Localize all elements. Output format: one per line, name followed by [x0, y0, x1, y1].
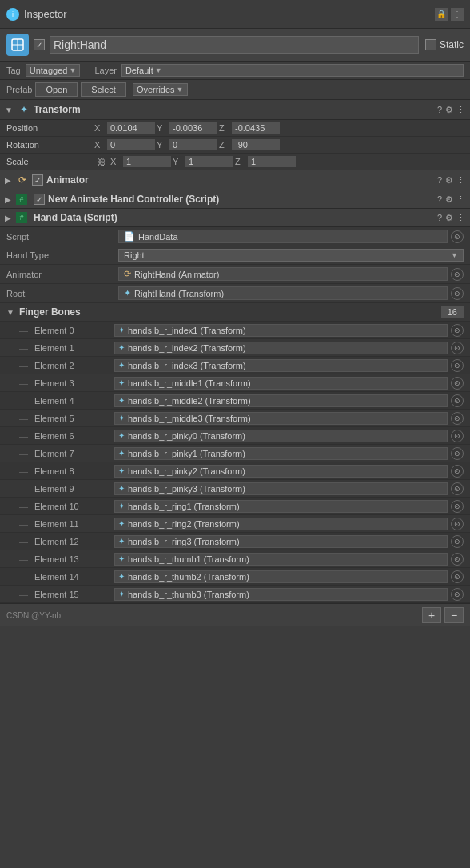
script-select-btn[interactable]: ⊙	[451, 230, 464, 243]
position-z-input[interactable]	[232, 122, 280, 134]
layer-dropdown-arrow: ▼	[155, 66, 162, 74]
element-select-btn[interactable]: ⊙	[451, 535, 464, 548]
element-select-btn[interactable]: ⊙	[451, 500, 464, 513]
element-transform-text: hands:b_r_thumb2 (Transform)	[128, 572, 249, 582]
element-select-btn[interactable]: ⊙	[451, 553, 464, 566]
transform-help-icon[interactable]: ?	[437, 105, 442, 115]
scale-link-icon: ⛓	[98, 158, 106, 166]
add-element-button[interactable]: +	[422, 607, 441, 623]
element-value[interactable]: ✦ hands:b_r_ring1 (Transform)	[114, 500, 448, 513]
element-select-btn[interactable]: ⊙	[451, 570, 464, 583]
element-row: — Element 2 ✦ hands:b_r_index3 (Transfor…	[0, 357, 470, 374]
element-transform-text: hands:b_r_ring1 (Transform)	[128, 502, 240, 511]
element-select-btn[interactable]: ⊙	[451, 377, 464, 390]
element-label: Element 1	[34, 343, 114, 353]
element-transform-text: hands:b_r_index1 (Transform)	[128, 326, 246, 335]
position-x-input[interactable]	[107, 122, 155, 134]
element-select-btn[interactable]: ⊙	[451, 447, 464, 460]
element-transform-icon: ✦	[118, 572, 125, 581]
animate-hand-header[interactable]: ▶ # ✓ New Animate Hand Controller (Scrip…	[0, 190, 470, 209]
animator-help-icon[interactable]: ?	[437, 175, 442, 186]
animate-hand-help-icon[interactable]: ?	[437, 194, 442, 205]
element-value[interactable]: ✦ hands:b_r_pinky3 (Transform)	[114, 482, 448, 495]
animator-header[interactable]: ▶ ⟳ ✓ Animator ? ⚙ ⋮	[0, 170, 470, 190]
scale-y-label: Y	[173, 157, 184, 166]
element-value[interactable]: ✦ hands:b_r_middle3 (Transform)	[114, 412, 448, 425]
hand-data-help-icon[interactable]: ?	[437, 213, 442, 223]
rotation-x-input[interactable]	[107, 139, 155, 150]
hand-type-label: Hand Type	[6, 250, 118, 260]
hand-data-menu-icon[interactable]: ⋮	[456, 213, 465, 223]
root-value[interactable]: ✦ RightHand (Transform)	[118, 286, 448, 300]
finger-bones-header[interactable]: ▼ Finger Bones 16	[0, 303, 470, 322]
gameobject-active-checkbox[interactable]: ✓	[34, 39, 45, 50]
transform-menu-icon[interactable]: ⋮	[456, 105, 465, 115]
element-value[interactable]: ✦ hands:b_r_ring3 (Transform)	[114, 535, 448, 548]
select-button[interactable]: Select	[81, 82, 126, 97]
position-y-input[interactable]	[169, 122, 217, 134]
element-select-btn[interactable]: ⊙	[451, 342, 464, 354]
animator-settings-icon[interactable]: ⚙	[445, 175, 453, 186]
root-row: Root ✦ RightHand (Transform) ⊙	[0, 284, 470, 303]
scale-x-input[interactable]	[123, 156, 171, 167]
transform-settings-icon[interactable]: ⚙	[445, 105, 453, 115]
animator-ref-value[interactable]: ⟳ RightHand (Animator)	[118, 267, 448, 281]
animate-hand-checkbox[interactable]: ✓	[34, 194, 45, 205]
element-value[interactable]: ✦ hands:b_r_thumb1 (Transform)	[114, 553, 448, 566]
element-dash: —	[19, 343, 28, 353]
tag-dropdown[interactable]: Untagged ▼	[26, 64, 81, 77]
animator-ref-select-btn[interactable]: ⊙	[451, 268, 464, 281]
rotation-z-input[interactable]	[232, 139, 280, 150]
element-select-btn[interactable]: ⊙	[451, 430, 464, 442]
transform-header[interactable]: ▼ ✦ Transform ? ⚙ ⋮	[0, 100, 470, 120]
element-value[interactable]: ✦ hands:b_r_thumb2 (Transform)	[114, 570, 448, 583]
gameobject-name-input[interactable]	[50, 36, 419, 54]
root-select-btn[interactable]: ⊙	[451, 287, 464, 300]
element-value[interactable]: ✦ hands:b_r_pinky2 (Transform)	[114, 465, 448, 478]
root-label: Root	[6, 289, 118, 298]
element-select-btn[interactable]: ⊙	[451, 482, 464, 495]
remove-element-button[interactable]: −	[444, 607, 464, 623]
element-value[interactable]: ✦ hands:b_r_middle1 (Transform)	[114, 377, 448, 390]
scale-y-input[interactable]	[185, 156, 233, 167]
element-value[interactable]: ✦ hands:b_r_pinky1 (Transform)	[114, 447, 448, 460]
element-value[interactable]: ✦ hands:b_r_index3 (Transform)	[114, 359, 448, 372]
element-select-btn[interactable]: ⊙	[451, 359, 464, 372]
element-row: — Element 0 ✦ hands:b_r_index1 (Transfor…	[0, 322, 470, 339]
root-icon: ✦	[124, 288, 131, 298]
element-value[interactable]: ✦ hands:b_r_index1 (Transform)	[114, 324, 448, 337]
layer-dropdown[interactable]: Default ▼	[121, 64, 464, 77]
element-value[interactable]: ✦ hands:b_r_middle2 (Transform)	[114, 394, 448, 407]
rotation-y-input[interactable]	[169, 139, 217, 150]
rotation-y-label: Y	[157, 140, 168, 150]
element-value[interactable]: ✦ hands:b_r_index2 (Transform)	[114, 342, 448, 354]
menu-button[interactable]: ⋮	[451, 8, 464, 21]
title-bar: i Inspector 🔒 ⋮	[0, 0, 470, 29]
element-value[interactable]: ✦ hands:b_r_ring2 (Transform)	[114, 518, 448, 530]
element-value[interactable]: ✦ hands:b_r_thumb3 (Transform)	[114, 588, 448, 601]
static-checkbox[interactable]	[425, 39, 436, 50]
static-row: Static	[425, 39, 464, 50]
hand-data-settings-icon[interactable]: ⚙	[445, 213, 453, 223]
hand-type-dropdown[interactable]: Right ▼	[118, 249, 464, 262]
element-transform-icon: ✦	[118, 361, 125, 370]
scale-z-input[interactable]	[248, 156, 296, 167]
element-select-btn[interactable]: ⊙	[451, 412, 464, 425]
element-select-btn[interactable]: ⊙	[451, 465, 464, 478]
hand-data-header[interactable]: ▶ # Hand Data (Script) ? ⚙ ⋮	[0, 209, 470, 227]
overrides-dropdown[interactable]: Overrides ▼	[133, 83, 188, 96]
open-button[interactable]: Open	[35, 82, 78, 97]
element-select-btn[interactable]: ⊙	[451, 394, 464, 407]
script-value[interactable]: 📄 HandData	[118, 230, 448, 243]
lock-button[interactable]: 🔒	[435, 8, 448, 21]
element-select-btn[interactable]: ⊙	[451, 518, 464, 530]
animate-hand-menu-icon[interactable]: ⋮	[456, 194, 465, 205]
element-value[interactable]: ✦ hands:b_r_pinky0 (Transform)	[114, 430, 448, 442]
position-y-label: Y	[157, 123, 168, 133]
hand-type-row: Hand Type Right ▼	[0, 246, 470, 265]
element-select-btn[interactable]: ⊙	[451, 324, 464, 337]
animator-checkbox[interactable]: ✓	[32, 174, 43, 186]
element-select-btn[interactable]: ⊙	[451, 588, 464, 601]
animator-menu-icon[interactable]: ⋮	[456, 175, 465, 186]
animate-hand-settings-icon[interactable]: ⚙	[445, 194, 453, 205]
